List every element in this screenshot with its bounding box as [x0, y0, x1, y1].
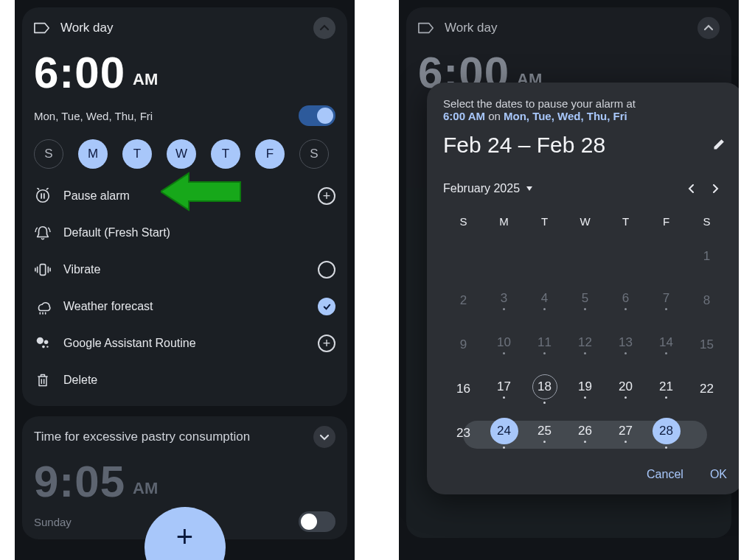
alarm-dot: [503, 447, 506, 449]
expand-button[interactable]: [313, 426, 335, 448]
calendar-day[interactable]: 2: [443, 285, 484, 316]
calendar-day-number: 22: [700, 382, 714, 396]
calendar-day-number: 23: [456, 426, 470, 441]
day-toggle-2[interactable]: T: [122, 139, 152, 169]
calendar-day-number: 25: [537, 424, 552, 438]
calendar-day[interactable]: 23: [443, 418, 484, 449]
alarm-time[interactable]: 9:05 AM: [34, 456, 335, 507]
weather-checkbox[interactable]: [318, 298, 335, 315]
alarm-dot: [584, 441, 587, 444]
svg-rect-1: [41, 193, 42, 198]
cancel-button[interactable]: Cancel: [647, 468, 683, 481]
day-toggle-3[interactable]: W: [167, 139, 196, 169]
dow-label: T: [524, 215, 565, 228]
alarm-dot: [665, 396, 668, 399]
bell-icon: [34, 225, 52, 241]
triangle-down-icon[interactable]: [526, 182, 533, 195]
ok-button[interactable]: OK: [710, 468, 727, 481]
calendar-day[interactable]: 28: [646, 418, 686, 449]
calendar-day[interactable]: 5: [565, 285, 605, 316]
calendar-day-number: 26: [578, 424, 592, 438]
alarm-dot: [503, 396, 506, 399]
day-selector: SMTWTFS: [34, 139, 335, 169]
calendar-week-row: 232425262728: [443, 418, 727, 449]
calendar-day-number: 20: [619, 379, 633, 394]
add-pause-button[interactable]: +: [318, 187, 335, 205]
calendar-day[interactable]: 15: [686, 329, 727, 360]
calendar-day[interactable]: 19: [565, 374, 605, 405]
calendar-day[interactable]: 13: [605, 329, 646, 360]
svg-point-8: [46, 346, 48, 347]
calendar-day[interactable]: 14: [646, 329, 686, 360]
calendar-day-number: 8: [703, 293, 710, 308]
collapse-button[interactable]: [313, 17, 335, 39]
calendar-day[interactable]: 24: [484, 418, 524, 449]
option-delete[interactable]: Delete: [34, 362, 335, 399]
svg-rect-4: [40, 265, 45, 276]
alarm-dot: [665, 308, 668, 311]
vibrate-icon: [34, 262, 52, 278]
option-pause-alarm[interactable]: Pause alarm +: [34, 178, 335, 214]
days-summary: Mon, Tue, Wed, Thu, Fri: [34, 110, 153, 122]
phone-left: Work day 6:00 AM Mon, Tue, Wed, Thu, Fri…: [15, 0, 355, 560]
calendar-day[interactable]: 4: [524, 285, 565, 316]
dow-label: W: [565, 215, 605, 228]
option-label: Pause alarm: [63, 189, 306, 203]
calendar-day[interactable]: 27: [605, 418, 646, 449]
calendar-day[interactable]: 12: [565, 329, 605, 360]
alarm-dot: [543, 441, 546, 444]
day-toggle-4[interactable]: T: [211, 139, 240, 169]
alarm-title[interactable]: Work day: [60, 21, 303, 35]
calendar-day[interactable]: 22: [686, 374, 727, 405]
calendar-day[interactable]: 10: [484, 329, 524, 360]
calendar-day[interactable]: 6: [605, 285, 646, 316]
pause-alarm-dialog: Select the dates to pause your alarm at …: [427, 83, 739, 494]
option-label: Vibrate: [63, 263, 306, 276]
calendar-day[interactable]: 7: [646, 285, 686, 316]
day-toggle-1[interactable]: M: [78, 139, 108, 169]
day-toggle-6[interactable]: S: [299, 139, 329, 169]
calendar-day[interactable]: 11: [524, 329, 565, 360]
calendar-day[interactable]: 17: [484, 374, 524, 405]
alarm-dot: [624, 352, 627, 355]
vibrate-checkbox[interactable]: [318, 261, 335, 279]
alarm-time[interactable]: 6:00 AM: [34, 47, 335, 98]
calendar-day[interactable]: 1: [686, 241, 727, 272]
phone-right: Work day 6:00 AM Select the dates to pau…: [399, 0, 739, 560]
alarm-toggle[interactable]: [299, 511, 335, 532]
month-nav: February 2025: [443, 177, 727, 200]
dialog-hint: Select the dates to pause your alarm at …: [443, 97, 727, 122]
dialog-hint-days: Mon, Tue, Wed, Thu, Fri: [504, 110, 627, 122]
calendar-day-number: 2: [460, 293, 467, 308]
day-toggle-0[interactable]: S: [34, 139, 63, 169]
option-sound[interactable]: Default (Fresh Start): [34, 214, 335, 251]
calendar-day[interactable]: 21: [646, 374, 686, 405]
prev-month-button[interactable]: [680, 177, 703, 200]
calendar-day[interactable]: 20: [605, 374, 646, 405]
day-toggle-5[interactable]: F: [255, 139, 285, 169]
option-weather[interactable]: Weather forecast: [34, 288, 335, 325]
calendar-day[interactable]: 25: [524, 418, 565, 449]
dialog-hint-mid: on: [488, 110, 501, 122]
alarm-toggle[interactable]: [299, 105, 335, 126]
calendar-day[interactable]: 16: [443, 374, 484, 405]
calendar-day[interactable]: 3: [484, 285, 524, 316]
calendar-week-row: 2345678: [443, 285, 727, 316]
option-assistant[interactable]: Google Assistant Routine +: [34, 325, 335, 362]
selected-range: Feb 24 – Feb 28: [443, 133, 605, 158]
option-vibrate[interactable]: Vibrate: [34, 251, 335, 288]
calendar-day-number: 27: [619, 424, 633, 438]
alarm-title[interactable]: Time for excessive pastry consumption: [34, 430, 303, 444]
calendar-day[interactable]: 26: [565, 418, 605, 449]
calendar-body: 1234567891011121314151617181920212223242…: [443, 241, 727, 449]
month-label[interactable]: February 2025: [443, 182, 520, 195]
calendar-day-number: 16: [456, 382, 470, 396]
calendar-day[interactable]: 9: [443, 329, 484, 360]
dow-label: F: [646, 215, 686, 228]
next-month-button[interactable]: [703, 177, 727, 200]
calendar-day[interactable]: 8: [686, 285, 727, 316]
calendar-day[interactable]: 18: [524, 374, 565, 405]
edit-range-button[interactable]: [712, 136, 727, 154]
add-routine-button[interactable]: +: [318, 335, 335, 352]
alarm-dot: [584, 352, 587, 355]
